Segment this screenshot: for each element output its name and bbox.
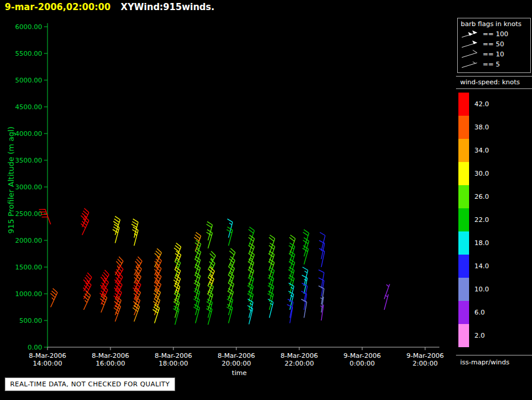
y-tick-label: 5500.00 — [15, 50, 43, 58]
barb-flag-row: == 5 — [461, 59, 528, 69]
colorbar-swatch — [458, 301, 469, 324]
colorbar-swatch — [458, 231, 469, 255]
wind-barb — [153, 304, 159, 323]
full-barb-10-icon — [461, 50, 479, 59]
colorbar-swatch — [458, 185, 469, 208]
colorbar-value: 30.0 — [474, 162, 489, 185]
colorbar-swatch — [458, 93, 469, 116]
colorbar-swatch — [458, 139, 469, 162]
x-tick-date: 8-Mar-2006 — [92, 352, 129, 360]
colorbar-block: 22.0 — [458, 208, 489, 231]
colorbar-block: 26.0 — [458, 185, 489, 208]
x-axis-label: time — [180, 369, 299, 377]
barb-flag-row: == 100 — [461, 29, 528, 39]
wind-barb — [227, 304, 233, 323]
barb-flag-label: == 10 — [483, 50, 504, 58]
colorbar-block: 34.0 — [458, 139, 489, 162]
colorbar-swatch — [458, 324, 469, 347]
colorbar-value: 34.0 — [474, 139, 489, 162]
wind-barb — [173, 299, 179, 318]
x-tick-date: 8-Mar-2006 — [155, 352, 192, 360]
wind-barb — [173, 306, 179, 325]
x-tick-time: 2:00:00 — [413, 360, 438, 367]
y-tick-label: 2500.00 — [15, 210, 43, 218]
colorbar-block: 38.0 — [458, 116, 489, 139]
x-tick-date: 8-Mar-2006 — [29, 352, 66, 360]
colorbar-value: 18.0 — [474, 231, 489, 255]
wind-barb — [320, 233, 325, 252]
barb-flags-title: barb flags in knots — [461, 20, 528, 29]
wind-barb — [207, 230, 213, 249]
wind-barb — [114, 303, 121, 322]
y-tick-label: 5000.00 — [15, 77, 43, 84]
y-tick-label: 1000.00 — [15, 290, 43, 298]
x-tick-time: 22:00:00 — [284, 360, 314, 367]
colorbar-value: 38.0 — [474, 116, 489, 139]
wind-barb — [133, 303, 140, 322]
xywind-window: 9-mar-2006,02:00:00 XYWind:915winds. 915… — [0, 0, 532, 400]
x-tick-date: 9-Mar-2006 — [344, 352, 381, 360]
barb-flag-label: == 5 — [483, 61, 500, 68]
wind-barb — [50, 288, 58, 307]
quality-banner: REAL-TIME DATA, NOT CHECKED FOR QUALITY — [5, 377, 175, 391]
barb-flags-legend: barb flags in knots == 100 == 50 — [457, 18, 531, 73]
x-tick-time: 0:00:00 — [350, 360, 375, 367]
wind-barb — [302, 246, 308, 265]
x-tick-time: 16:00:00 — [96, 360, 125, 367]
wind-barb — [194, 304, 200, 323]
colorbar-swatch — [458, 255, 469, 278]
wind-barb — [206, 306, 212, 325]
wind-barb — [268, 299, 273, 318]
colorbar-block: 30.0 — [458, 162, 489, 185]
colorbar-block: 10.0 — [458, 278, 489, 301]
colorbar-title: wind-speed: knots — [456, 76, 532, 89]
data-source-label: iss-mapr/winds — [456, 355, 532, 366]
colorbar-block: 42.0 — [458, 93, 489, 116]
x-tick-time: 18:00:00 — [159, 360, 188, 367]
colorbar-block: 6.0 — [458, 301, 489, 324]
colorbar-swatch — [458, 208, 469, 231]
colorbar-value: 26.0 — [474, 185, 489, 208]
colorbar-value: 10.0 — [474, 278, 489, 301]
x-tick-time: 14:00:00 — [33, 360, 62, 367]
barb-flag-label: == 100 — [483, 30, 508, 38]
x-tick-time: 20:00:00 — [221, 360, 251, 367]
y-tick-label: 4500.00 — [15, 103, 43, 111]
wind-barb — [248, 306, 253, 325]
wind-barb — [303, 267, 308, 286]
half-barb-5-icon — [461, 60, 479, 69]
colorbar-block: 14.0 — [458, 255, 489, 278]
colorbar-value: 14.0 — [474, 255, 489, 278]
colorbar-block: 2.0 — [458, 324, 489, 347]
wind-barb — [84, 291, 91, 310]
y-tick-label: 4000.00 — [15, 130, 43, 138]
x-tick-date: 8-Mar-2006 — [218, 352, 255, 360]
y-tick-label: 3500.00 — [15, 157, 43, 164]
x-tick-date: 8-Mar-2006 — [281, 352, 318, 360]
barb-flag-label: == 50 — [483, 40, 504, 48]
legend-panel: barb flags in knots == 100 == 50 — [456, 0, 532, 400]
colorbar-block: 18.0 — [458, 231, 489, 255]
colorbar-swatch — [458, 116, 469, 139]
y-tick-label: 500.00 — [20, 317, 43, 325]
wind-barb — [132, 227, 138, 246]
pennant-100-icon — [461, 30, 479, 39]
barb-flag-row: == 50 — [461, 39, 528, 49]
wind-barb — [227, 227, 233, 246]
y-tick-label: 1500.00 — [15, 264, 43, 271]
wind-speed-colorbar: 42.038.034.030.026.022.018.014.010.06.02… — [458, 93, 489, 347]
colorbar-value: 42.0 — [474, 93, 489, 116]
colorbar-swatch — [458, 278, 469, 301]
y-tick-label: 2000.00 — [15, 237, 43, 245]
x-tick-date: 9-Mar-2006 — [407, 352, 444, 360]
colorbar-value: 6.0 — [474, 301, 485, 324]
pennant-50-icon — [461, 40, 479, 49]
colorbar-value: 22.0 — [474, 208, 489, 231]
wind-barb-plot[interactable]: 6000.005500.005000.004500.004000.003500.… — [0, 0, 456, 400]
colorbar-swatch — [458, 162, 469, 185]
y-tick-label: 3000.00 — [15, 183, 43, 191]
y-tick-label: 0.00 — [28, 344, 43, 351]
colorbar-value: 2.0 — [474, 324, 485, 347]
barb-flag-row: == 10 — [461, 49, 528, 59]
y-tick-label: 6000.00 — [15, 23, 43, 31]
